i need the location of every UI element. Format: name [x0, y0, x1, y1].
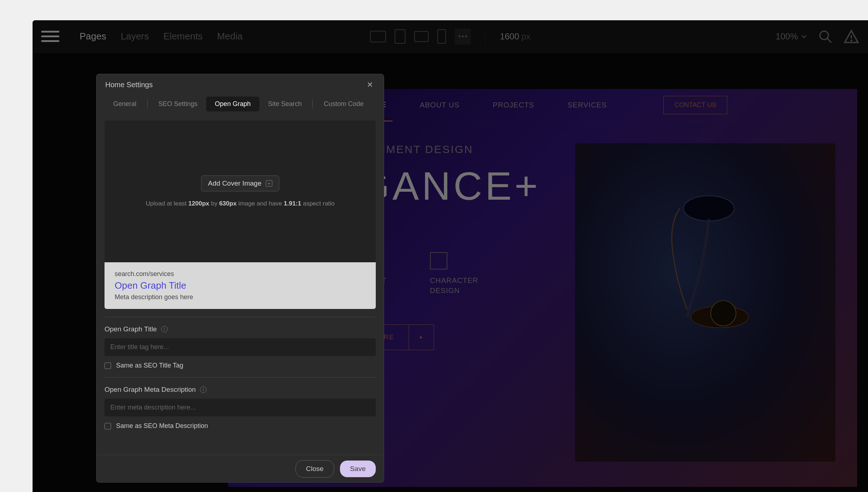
og-preview-url: search.com/services [115, 270, 366, 278]
divider [105, 377, 376, 378]
home-settings-modal: Home Settings × General SEO Settings Ope… [96, 74, 384, 483]
og-title-same-checkbox[interactable] [105, 362, 111, 369]
divider [105, 317, 376, 317]
tab-seo[interactable]: SEO Settings [150, 97, 206, 111]
modal-title: Home Settings [105, 81, 153, 89]
og-title-same-row: Same as SEO Title Tag [105, 362, 376, 369]
add-cover-image-button[interactable]: Add Cover Image + [201, 175, 279, 191]
close-button[interactable]: Close [295, 460, 334, 478]
og-preview-description: Meta description goes here [115, 293, 366, 301]
upload-hint: Upload at least 1200px by 630px image an… [146, 200, 335, 207]
modal-tabs: General SEO Settings Open Graph Site Sea… [97, 95, 384, 113]
tab-custom-code[interactable]: Custom Code [315, 97, 372, 111]
og-title-input[interactable] [105, 338, 376, 356]
og-desc-same-label: Same as SEO Meta Description [116, 422, 208, 430]
modal-header: Home Settings × [97, 74, 384, 95]
tab-site-search[interactable]: Site Search [259, 97, 310, 111]
og-desc-label: Open Graph Meta Description i [105, 386, 376, 394]
og-title-same-label: Same as SEO Title Tag [116, 362, 183, 369]
modal-footer: Close Save [97, 455, 384, 482]
og-title-label: Open Graph Title i [105, 325, 376, 333]
info-icon[interactable]: i [161, 326, 168, 332]
app-window: Pages Layers Elements Media 1600px 100% … [33, 20, 868, 492]
plus-icon: + [266, 180, 272, 187]
modal-body: Add Cover Image + Upload at least 1200px… [97, 113, 384, 455]
save-button[interactable]: Save [340, 461, 376, 477]
tab-general[interactable]: General [105, 97, 145, 111]
divider [312, 99, 313, 108]
divider [147, 99, 148, 108]
close-icon[interactable]: × [365, 80, 375, 90]
og-preview-card: search.com/services Open Graph Title Met… [105, 262, 376, 309]
cover-image-dropzone[interactable]: Add Cover Image + Upload at least 1200px… [105, 120, 376, 262]
info-icon[interactable]: i [200, 386, 207, 393]
og-desc-input[interactable] [105, 399, 376, 416]
og-desc-same-checkbox[interactable] [105, 423, 111, 429]
tab-open-graph[interactable]: Open Graph [206, 97, 259, 111]
add-cover-label: Add Cover Image [208, 179, 261, 187]
og-desc-same-row: Same as SEO Meta Description [105, 422, 376, 430]
og-preview-title[interactable]: Open Graph Title [115, 280, 366, 291]
